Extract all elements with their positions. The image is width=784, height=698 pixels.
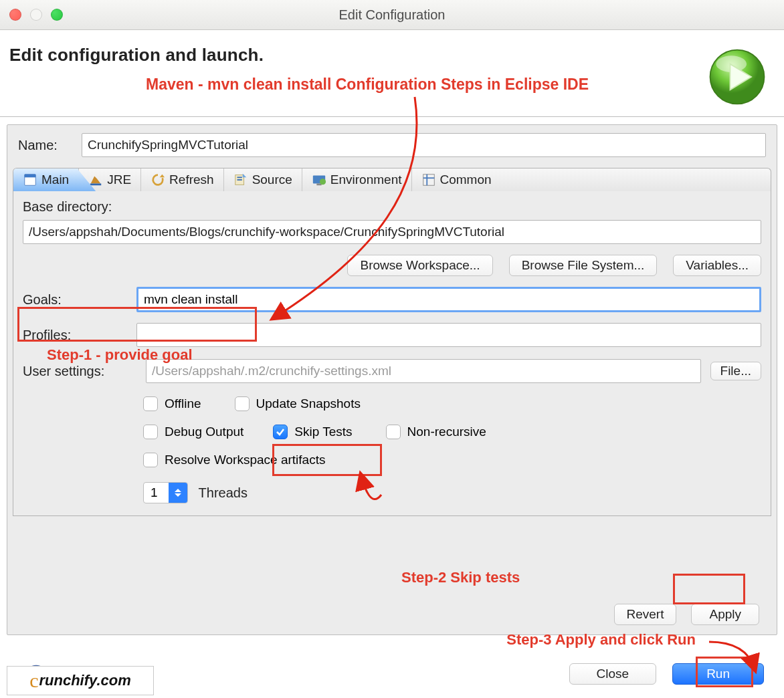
- offline-label: Offline: [165, 396, 201, 411]
- tab-jre-label: JRE: [107, 172, 131, 187]
- refresh-tab-icon: [151, 172, 165, 187]
- annotation-title: Maven - mvn clean install Configuration …: [146, 76, 589, 94]
- user-settings-label: User settings:: [23, 364, 136, 379]
- nonrec-label: Non-recursive: [407, 425, 486, 439]
- svg-point-13: [320, 179, 326, 185]
- threads-label: Threads: [199, 485, 248, 501]
- checkbox-icon: [235, 396, 250, 411]
- threads-select[interactable]: 1: [143, 482, 188, 503]
- tab-main[interactable]: Main: [13, 168, 79, 191]
- basedir-input[interactable]: [23, 220, 761, 244]
- browse-workspace-button[interactable]: Browse Workspace...: [347, 255, 492, 276]
- checkbox-icon: [273, 425, 288, 439]
- threads-value: 1: [144, 485, 169, 500]
- watermark-logo: crunchify.com: [7, 666, 154, 695]
- svg-marker-6: [160, 174, 165, 178]
- debug-label: Debug Output: [165, 425, 243, 439]
- tab-main-label: Main: [41, 172, 69, 187]
- update-label: Update Snapshots: [256, 396, 361, 411]
- svg-marker-10: [242, 174, 246, 178]
- name-label: Name:: [18, 138, 82, 153]
- main-tab-icon: [23, 172, 37, 187]
- highlight-box-apply: [673, 574, 745, 604]
- tab-common-label: Common: [440, 172, 492, 187]
- skip-label: Skip Tests: [294, 425, 352, 439]
- file-button[interactable]: File...: [710, 362, 761, 380]
- common-tab-icon: [421, 172, 436, 187]
- tab-environment[interactable]: Environment: [302, 168, 412, 191]
- basedir-label: Base directory:: [23, 199, 761, 215]
- source-tab-icon: [233, 172, 248, 187]
- offline-check[interactable]: Offline: [143, 396, 201, 411]
- user-settings-input: [146, 359, 701, 383]
- svg-rect-14: [423, 174, 434, 186]
- browse-filesystem-button[interactable]: Browse File System...: [509, 255, 658, 276]
- stepper-icon: [169, 483, 187, 503]
- tab-source-label: Source: [252, 172, 292, 187]
- debug-check[interactable]: Debug Output: [143, 425, 243, 439]
- tabs: Main JRE Refresh Source Environment Comm…: [13, 168, 771, 191]
- window-title: Edit Configuration: [0, 7, 784, 23]
- close-button[interactable]: Close: [569, 663, 657, 685]
- tab-refresh-label: Refresh: [169, 172, 214, 187]
- nonrecursive-check[interactable]: Non-recursive: [386, 425, 486, 439]
- apply-button[interactable]: Apply: [691, 604, 759, 625]
- tab-body: Base directory: Browse Workspace... Brow…: [13, 191, 771, 516]
- highlight-box-skip: [272, 444, 382, 476]
- page-title: Edit configuration and launch.: [9, 45, 264, 66]
- svg-rect-5: [90, 184, 102, 186]
- svg-rect-4: [25, 174, 36, 178]
- titlebar: Edit Configuration: [0, 0, 784, 30]
- env-tab-icon: [312, 172, 326, 187]
- annotation-step1: Step-1 - provide goal: [47, 346, 193, 364]
- tab-common[interactable]: Common: [412, 168, 501, 191]
- skip-tests-check[interactable]: Skip Tests: [273, 425, 352, 439]
- annotation-step3: Step-3 Apply and click Run: [506, 631, 696, 649]
- tab-source[interactable]: Source: [224, 168, 302, 191]
- name-input[interactable]: [82, 133, 766, 157]
- dialog-header: Edit configuration and launch.: [0, 30, 784, 117]
- config-panel: Name: Main JRE Refresh Source Environmen…: [7, 124, 777, 635]
- checkbox-icon: [143, 453, 158, 467]
- checkbox-icon: [386, 425, 401, 439]
- highlight-box-goals: [17, 307, 257, 342]
- tab-env-label: Environment: [330, 172, 402, 187]
- goals-label: Goals:: [23, 292, 136, 308]
- update-snapshots-check[interactable]: Update Snapshots: [235, 396, 361, 411]
- variables-button[interactable]: Variables...: [673, 255, 761, 276]
- run-icon: [708, 47, 767, 106]
- highlight-box-run: [696, 657, 753, 687]
- tab-refresh[interactable]: Refresh: [141, 168, 224, 191]
- checkbox-icon: [143, 425, 158, 439]
- checkbox-icon: [143, 396, 158, 411]
- annotation-step2: Step-2 Skip tests: [401, 569, 520, 586]
- revert-button[interactable]: Revert: [614, 604, 677, 625]
